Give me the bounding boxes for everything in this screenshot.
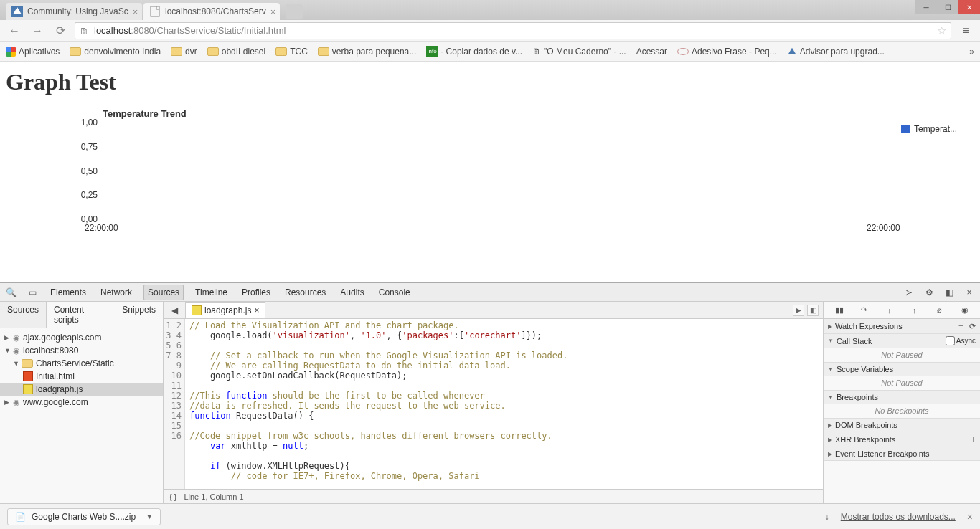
add-watch-button[interactable]: + [958,321,963,331]
browser-tab-active[interactable]: localhost:8080/ChartsServ × [143,3,280,20]
show-all-downloads-link[interactable]: Mostrar todos os downloads... [841,512,956,522]
braces-icon[interactable]: { } [169,492,176,501]
refresh-icon[interactable]: ⟳ [969,322,976,331]
xhr-bp-header[interactable]: ▶XHR Breakpoints+ [824,432,980,447]
code-content[interactable]: // Load the Visualization API and the ch… [185,319,823,489]
close-download-bar-button[interactable]: × [967,511,973,523]
bookmark-link[interactable]: 🗎"O Meu Caderno" - ... [532,47,626,57]
bookmarks-overflow-button[interactable]: » [969,47,974,57]
dock-icon[interactable]: ◧ [943,286,956,299]
debugger-sidebar: ▮▮ ↷ ↓ ↑ ⌀ ◉ ▶Watch Expressions+⟳ ▼Call … [824,302,980,503]
tree-domain[interactable]: ▼localhost:8080 [0,344,163,357]
bookmark-folder[interactable]: obdII diesel [207,47,265,57]
callstack-header[interactable]: ▼Call StackAsync [824,334,980,348]
editor-tab[interactable]: loadgraph.js × [185,302,265,318]
pause-exceptions-button[interactable]: ◉ [958,304,971,317]
url-bar[interactable]: 🗎 localhost:8080/ChartsService/Static/In… [75,22,951,39]
apps-icon [6,47,16,57]
breakpoints-header[interactable]: ▼Breakpoints [824,391,980,404]
nav-tab-content-scripts[interactable]: Content scripts [47,302,115,328]
tree-file-html[interactable]: Initial.html [0,370,163,383]
chart-title: Temperature Trend [103,108,187,119]
watch-header[interactable]: ▶Watch Expressions+⟳ [824,319,980,333]
tab-close-button[interactable]: × [128,6,138,17]
add-xhr-bp-button[interactable]: + [971,434,976,444]
reload-button[interactable]: ⟳ [52,22,69,39]
svg-rect-1 [151,6,159,16]
tree-folder[interactable]: ▼ChartsService/Static [0,357,163,370]
devtools-tab-elements[interactable]: Elements [47,285,89,300]
step-out-button[interactable]: ↑ [908,304,921,317]
nav-tab-sources[interactable]: Sources [0,302,47,328]
forward-button[interactable]: → [29,22,46,39]
tree-domain[interactable]: ▶ajax.googleapis.com [0,331,163,344]
devtools-body: Sources Content scripts Snippets ▶ajax.g… [0,302,980,503]
callstack-section: ▼Call StackAsync Not Paused [824,334,980,363]
scope-header[interactable]: ▼Scope Variables [824,363,980,376]
advisor-icon [787,47,797,57]
window-close-button[interactable]: ✕ [958,0,980,14]
window-minimize-button[interactable]: ─ [915,0,937,14]
bookmark-link[interactable]: Adesivo Frase - Peq... [677,47,777,57]
devtools-tab-console[interactable]: Console [376,285,413,300]
bookmark-link[interactable]: info- Copiar dados de v... [426,46,522,57]
close-icon[interactable]: × [963,286,976,299]
y-tick: 0,75 [81,142,98,152]
bookmark-folder[interactable]: dvr [171,47,197,57]
drawer-toggle-icon[interactable]: ≻ [903,286,915,299]
search-icon[interactable]: 🔍 [4,286,17,299]
pause-button[interactable]: ▮▮ [833,304,846,317]
bookmark-link[interactable]: Advisor para upgrad... [787,47,885,57]
tab-close-button[interactable]: × [266,6,276,17]
html-file-icon [23,371,33,381]
bookmark-star-icon[interactable]: ☆ [937,24,946,37]
watch-section: ▶Watch Expressions+⟳ [824,319,980,334]
browser-tab[interactable]: Community: Using JavaSc × [6,3,142,20]
x-tick: 22:00:00 [867,223,900,233]
devtools-tab-profiles[interactable]: Profiles [239,285,273,300]
chart-legend: Temperat... [901,124,957,134]
editor-pause-button[interactable]: ◧ [807,305,819,316]
page-content: Graph Test Temperature Trend 1,00 0,75 0… [0,62,980,247]
nav-prev-icon[interactable]: ◀ [168,304,181,317]
step-into-button[interactable]: ↓ [883,304,896,317]
tree-domain[interactable]: ▶www.google.com [0,396,163,409]
gear-icon[interactable]: ⚙ [923,286,936,299]
tab-close-button[interactable]: × [254,305,259,315]
tree-file-js[interactable]: loadgraph.js [0,383,163,396]
event-bp-header[interactable]: ▶Event Listener Breakpoints [824,447,980,460]
devtools-tab-audits[interactable]: Audits [337,285,367,300]
navigator-tabs: Sources Content scripts Snippets [0,302,163,328]
window-maximize-button[interactable]: ☐ [937,0,958,14]
devtools-tab-timeline[interactable]: Timeline [192,285,230,300]
bookmark-folder[interactable]: verba para pequena... [318,47,416,57]
deactivate-bp-button[interactable]: ⌀ [933,304,946,317]
device-icon[interactable]: ▭ [26,286,39,299]
apps-button[interactable]: Aplicativos [6,47,60,57]
bookmarks-bar: Aplicativos denvolvimento India dvr obdI… [0,42,980,62]
nav-tab-snippets[interactable]: Snippets [115,302,163,328]
devtools-tab-network[interactable]: Network [98,285,135,300]
new-tab-button[interactable] [286,4,303,19]
browser-tab-strip: Community: Using JavaSc × localhost:8080… [0,0,980,20]
editor-status-bar: { } Line 1, Column 1 [164,489,823,503]
tab-title: localhost:8080/ChartsServ [165,6,266,16]
devtools-tab-sources[interactable]: Sources [143,285,184,300]
bookmark-folder[interactable]: denvolvimento India [70,47,161,57]
editor-play-button[interactable]: ▶ [793,305,804,316]
chevron-down-icon[interactable]: ▼ [146,513,153,520]
url-port: :8080 [131,25,154,36]
step-over-button[interactable]: ↷ [858,304,871,317]
code-area[interactable]: 1 2 3 4 5 6 7 8 9 10 11 12 13 14 15 16 /… [164,319,823,489]
download-bar: 📄 Google Charts Web S....zip ▼ ↓ Mostrar… [0,503,980,529]
back-button[interactable]: ← [6,22,23,39]
file-tree: ▶ajax.googleapis.com ▼localhost:8080 ▼Ch… [0,328,163,411]
devtools-tab-resources[interactable]: Resources [282,285,329,300]
dom-bp-header[interactable]: ▶DOM Breakpoints [824,419,980,432]
dom-bp-section: ▶DOM Breakpoints [824,419,980,432]
bookmark-folder[interactable]: TCC [275,47,308,57]
chrome-menu-button[interactable]: ≡ [957,22,974,39]
async-checkbox[interactable] [946,336,955,345]
download-item[interactable]: 📄 Google Charts Web S....zip ▼ [7,508,161,525]
bookmark-link[interactable]: Acessar [636,47,667,57]
